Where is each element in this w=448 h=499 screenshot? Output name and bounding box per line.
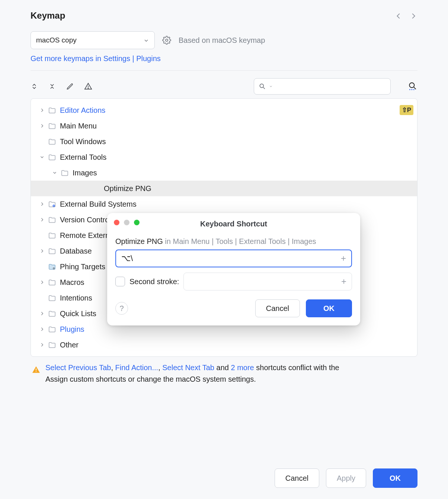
- chevron-right-icon[interactable]: [38, 108, 47, 113]
- search-input[interactable]: [254, 78, 391, 95]
- tree-row[interactable]: Images: [31, 165, 417, 181]
- tree-row-label: Editor Actions: [60, 106, 105, 115]
- folder-icon: [48, 262, 56, 271]
- svg-point-5: [411, 89, 412, 90]
- tree-row-label: Database: [60, 247, 92, 255]
- tree-row[interactable]: Optimize PNG: [31, 181, 417, 196]
- conflict-link-2[interactable]: Find Action...: [115, 363, 159, 372]
- conflict-link-1[interactable]: Select Previous Tab: [45, 363, 111, 372]
- help-icon[interactable]: ?: [115, 302, 128, 315]
- svg-point-1: [88, 88, 88, 88]
- minimize-icon: [124, 220, 129, 225]
- cancel-button[interactable]: Cancel: [275, 468, 319, 488]
- keyboard-shortcut-dialog: Keyboard Shortcut Optimize PNG in Main M…: [107, 213, 360, 325]
- svg-point-10: [36, 371, 36, 372]
- folder-icon: [61, 168, 69, 177]
- dialog-cancel-button[interactable]: Cancel: [255, 299, 300, 317]
- svg-point-4: [409, 89, 410, 90]
- first-stroke-input[interactable]: ⌥\ +: [115, 250, 352, 267]
- folder-icon: [48, 247, 56, 255]
- more-keymaps-link[interactable]: Get more keymaps in Settings | Plugins: [31, 54, 161, 63]
- warning-triangle-icon: [32, 363, 40, 372]
- based-on-label: Based on macOS keymap: [179, 36, 265, 45]
- edit-icon[interactable]: [66, 83, 74, 90]
- folder-icon: [48, 278, 56, 287]
- svg-point-6: [413, 89, 415, 90]
- tree-row[interactable]: External Tools: [31, 149, 417, 165]
- tree-row-label: Remote Externa: [60, 231, 114, 240]
- close-icon[interactable]: [114, 220, 119, 225]
- keymap-select[interactable]: macOS copy: [31, 31, 155, 49]
- folder-icon: [48, 325, 56, 334]
- chevron-right-icon[interactable]: [38, 217, 47, 222]
- svg-point-2: [260, 84, 263, 88]
- tree-row-label: External Tools: [60, 153, 106, 162]
- page-title: Keymap: [31, 10, 65, 21]
- second-stroke-input: +: [183, 273, 352, 290]
- forward-arrow-icon[interactable]: [409, 11, 417, 20]
- ok-button[interactable]: OK: [373, 468, 417, 488]
- plus-icon: +: [341, 276, 346, 287]
- tree-row-label: Intentions: [60, 294, 92, 302]
- apply-button: Apply: [326, 468, 366, 488]
- tree-row-label: Macros: [60, 278, 84, 287]
- folder-icon: [48, 293, 56, 302]
- folder-icon: [48, 215, 56, 224]
- folder-icon: [48, 106, 56, 115]
- folder-icon: [48, 200, 56, 209]
- search-field[interactable]: [276, 82, 386, 91]
- divider: [31, 70, 417, 71]
- expand-all-icon[interactable]: [31, 83, 38, 90]
- tree-row-label: Tool Windows: [60, 137, 106, 146]
- chevron-right-icon[interactable]: [38, 327, 47, 332]
- dialog-title: Keyboard Shortcut: [115, 220, 352, 228]
- tree-row-label: Other: [60, 341, 79, 349]
- tree-row[interactable]: Editor Actions⇧P: [31, 102, 417, 118]
- plus-icon[interactable]: +: [341, 253, 346, 264]
- second-stroke-label: Second stroke:: [129, 277, 179, 286]
- folder-icon: [48, 340, 56, 349]
- search-icon: [259, 83, 266, 90]
- tree-row-label: Main Menu: [60, 122, 97, 130]
- tree-row-label: Version Control: [60, 216, 111, 224]
- svg-point-0: [166, 39, 168, 41]
- chevron-down-icon: [269, 85, 273, 88]
- chevron-right-icon[interactable]: [38, 311, 47, 316]
- tree-row[interactable]: Main Menu: [31, 118, 417, 134]
- chevron-right-icon[interactable]: [38, 342, 47, 347]
- collapse-all-icon[interactable]: [48, 83, 56, 90]
- tree-row-label: Optimize PNG: [104, 184, 151, 193]
- conflict-link-3[interactable]: Select Next Tab: [162, 363, 214, 372]
- chevron-right-icon[interactable]: [38, 280, 47, 285]
- dialog-breadcrumb: Optimize PNG in Main Menu | Tools | Exte…: [115, 237, 352, 246]
- tree-row-label: Plugins: [60, 325, 84, 334]
- shortcut-badge: ⇧P: [400, 105, 413, 115]
- chevron-down-icon[interactable]: [38, 155, 47, 160]
- conflict-link-more[interactable]: 2 more: [231, 363, 254, 372]
- chevron-right-icon[interactable]: [38, 201, 47, 207]
- svg-rect-9: [36, 368, 36, 371]
- keymap-select-value: macOS copy: [36, 36, 77, 44]
- tree-row-label: Quick Lists: [60, 309, 96, 318]
- chevron-right-icon[interactable]: [38, 248, 47, 254]
- folder-icon: [48, 309, 56, 318]
- svg-point-7: [53, 205, 55, 207]
- conflict-warning: Select Previous Tab, Find Action..., Sel…: [45, 362, 339, 385]
- second-stroke-checkbox[interactable]: [115, 277, 125, 286]
- svg-point-3: [409, 83, 414, 88]
- tree-row[interactable]: Tool Windows: [31, 134, 417, 149]
- tree-row-label: Images: [73, 169, 97, 177]
- tree-row-label: External Build Systems: [60, 200, 137, 209]
- folder-icon: [48, 153, 56, 162]
- tree-row[interactable]: External Build Systems: [31, 196, 417, 212]
- stroke-value: ⌥\: [121, 254, 133, 263]
- back-arrow-icon[interactable]: [394, 11, 403, 20]
- tree-row[interactable]: Other: [31, 337, 417, 353]
- chevron-down-icon[interactable]: [50, 170, 59, 175]
- gear-icon[interactable]: [162, 36, 171, 45]
- warning-icon[interactable]: [84, 82, 92, 90]
- chevron-right-icon[interactable]: [38, 123, 47, 128]
- dialog-ok-button[interactable]: OK: [306, 299, 352, 317]
- find-action-by-shortcut-icon[interactable]: [408, 82, 417, 91]
- zoom-icon[interactable]: [134, 220, 140, 225]
